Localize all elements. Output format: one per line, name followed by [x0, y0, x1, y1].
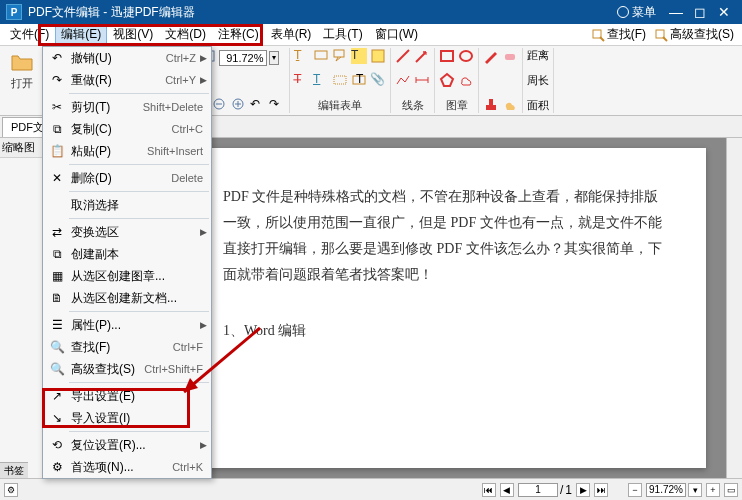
menu-item-item[interactable]: 取消选择	[43, 194, 211, 216]
dist-label[interactable]: 距离	[527, 48, 549, 63]
page-indicator[interactable]: / 1	[518, 483, 572, 497]
pencil-icon[interactable]	[483, 48, 499, 64]
menu-item-copy[interactable]: ⧉复制(C)Ctrl+C	[43, 118, 211, 140]
oval-icon[interactable]	[458, 48, 474, 64]
shape-cloud-icon[interactable]	[502, 97, 518, 113]
menubar-adv-label: 高级查找(S)	[670, 26, 734, 43]
cloud-icon[interactable]	[458, 72, 474, 88]
menu-item-import[interactable]: ↘导入设置(I)	[43, 407, 211, 429]
next-page-button[interactable]: ▶	[576, 483, 590, 497]
menu-file[interactable]: 文件(F)	[4, 24, 55, 45]
menu-form[interactable]: 表单(R)	[265, 24, 318, 45]
main-menu-button[interactable]: 菜单	[617, 4, 656, 21]
menu-item-newdoc[interactable]: 🗎从选区创建新文档...	[43, 287, 211, 309]
menu-item-pref[interactable]: ⚙首选项(N)...Ctrl+K	[43, 456, 211, 478]
zoom-dropdown-icon[interactable]: ▾	[269, 51, 279, 65]
rect-icon[interactable]	[439, 48, 455, 64]
menu-item-chap[interactable]: ▦从选区创建图章...	[43, 265, 211, 287]
menu-circle-icon	[617, 6, 629, 18]
menu-item-cut[interactable]: ✂剪切(T)Shift+Delete	[43, 96, 211, 118]
menu-item-dup[interactable]: ⧉创建副本	[43, 243, 211, 265]
menu-view[interactable]: 视图(V)	[107, 24, 159, 45]
stamp-icon[interactable]	[483, 97, 499, 113]
perim-label[interactable]: 周长	[527, 73, 549, 88]
right-scrollbar[interactable]	[726, 138, 742, 478]
menu-item-label: 取消选择	[67, 197, 207, 214]
status-opts-icon[interactable]: ⚙	[4, 483, 18, 497]
strike-icon[interactable]: T̶	[294, 72, 310, 88]
menu-tools[interactable]: 工具(T)	[317, 24, 368, 45]
menu-item-label: 粘贴(P)	[67, 143, 147, 160]
submenu-arrow-icon: ▶	[200, 75, 207, 85]
menu-item-export[interactable]: ↗导出设置(E)	[43, 385, 211, 407]
text-t-icon[interactable]: T	[351, 72, 367, 88]
menu-item-adv[interactable]: 🔍高级查找(S)Ctrl+Shift+F	[43, 358, 211, 380]
status-zoom-out[interactable]: −	[628, 483, 642, 497]
underline-icon[interactable]: T	[313, 72, 329, 88]
polyline-icon[interactable]	[395, 72, 411, 88]
zoom-input[interactable]: ▾	[219, 48, 279, 68]
textbox-icon[interactable]	[313, 48, 329, 64]
thumbnails-label[interactable]: 缩略图	[0, 138, 43, 158]
menu-item-find[interactable]: 🔍查找(F)Ctrl+F	[43, 336, 211, 358]
callout-icon[interactable]	[332, 48, 348, 64]
newdoc-icon: 🗎	[47, 291, 67, 305]
menu-item-props[interactable]: ☰属性(P)...▶	[43, 314, 211, 336]
dim-icon[interactable]	[414, 72, 430, 88]
text-anno-icon[interactable]: Ṯ	[294, 48, 310, 64]
close-button[interactable]: ✕	[712, 2, 736, 22]
editform-label: 编辑表单	[318, 98, 362, 113]
eraser-icon[interactable]	[502, 48, 518, 64]
attach-icon[interactable]: 📎	[370, 72, 386, 88]
document-viewport[interactable]: PDF 文件是种特殊格式的文档，不管在那种设备上查看，都能保持排版一致，所以使用…	[169, 138, 726, 478]
menu-item-undo[interactable]: ↶撤销(U)Ctrl+Z▶	[43, 47, 211, 69]
area-label[interactable]: 面积	[527, 98, 549, 113]
rotate-right-icon[interactable]: ↷	[269, 97, 285, 113]
menu-item-label: 导入设置(I)	[67, 410, 207, 427]
maximize-button[interactable]: ◻	[688, 2, 712, 22]
submenu-arrow-icon: ▶	[200, 440, 207, 450]
menubar-find[interactable]: 查找(F)	[587, 24, 650, 45]
polygon-icon[interactable]	[439, 72, 455, 88]
highlight-icon[interactable]: T	[351, 48, 367, 64]
zoom-in-icon[interactable]	[231, 97, 247, 113]
menu-comment[interactable]: 注释(C)	[212, 24, 265, 45]
status-zoom-in[interactable]: +	[706, 483, 720, 497]
status-zoom-input[interactable]	[646, 483, 686, 497]
menu-item-redo[interactable]: ↷重做(R)Ctrl+Y▶	[43, 69, 211, 91]
minimize-button[interactable]: —	[664, 2, 688, 22]
open-button[interactable]: 打开	[4, 48, 40, 93]
first-page-button[interactable]: ⏮	[482, 483, 496, 497]
menu-item-label: 删除(D)	[67, 170, 171, 187]
arrow-icon[interactable]	[414, 48, 430, 64]
menu-document[interactable]: 文档(D)	[159, 24, 212, 45]
status-fit-icon[interactable]: ▭	[724, 483, 738, 497]
svg-rect-29	[441, 51, 453, 61]
zoom-out-icon[interactable]	[212, 97, 228, 113]
status-zoom-dropdown[interactable]: ▾	[688, 483, 702, 497]
menu-item-shortcut: Delete	[171, 172, 207, 184]
menu-item-change[interactable]: ⇄变换选区▶	[43, 221, 211, 243]
draw-label: 图章	[446, 98, 468, 113]
page-input[interactable]	[518, 483, 558, 497]
statusbar: ⚙ ⏮ ◀ / 1 ▶ ⏭ − ▾ + ▭	[0, 478, 742, 500]
menu-window[interactable]: 窗口(W)	[369, 24, 424, 45]
prev-page-button[interactable]: ◀	[500, 483, 514, 497]
menu-item-reset[interactable]: ⟲复位设置(R)...▶	[43, 434, 211, 456]
props-icon: ☰	[47, 318, 67, 332]
menu-edit[interactable]: 编辑(E)	[55, 24, 107, 45]
line-icon[interactable]	[395, 48, 411, 64]
menu-item-delete[interactable]: ✕删除(D)Delete	[43, 167, 211, 189]
menu-item-label: 从选区创建图章...	[67, 268, 207, 285]
menubar-adv-find[interactable]: 高级查找(S)	[650, 24, 738, 45]
menu-item-paste[interactable]: 📋粘贴(P)Shift+Insert	[43, 140, 211, 162]
bookmarks-tab[interactable]: 书签	[0, 462, 28, 478]
zoom-value[interactable]	[219, 50, 267, 66]
search-icon	[591, 28, 605, 42]
note-icon[interactable]	[370, 48, 386, 64]
menu-item-label: 变换选区	[67, 224, 200, 241]
dbox-icon[interactable]	[332, 72, 348, 88]
last-page-button[interactable]: ⏭	[594, 483, 608, 497]
rotate-left-icon[interactable]: ↶	[250, 97, 266, 113]
find-icon: 🔍	[47, 340, 67, 354]
